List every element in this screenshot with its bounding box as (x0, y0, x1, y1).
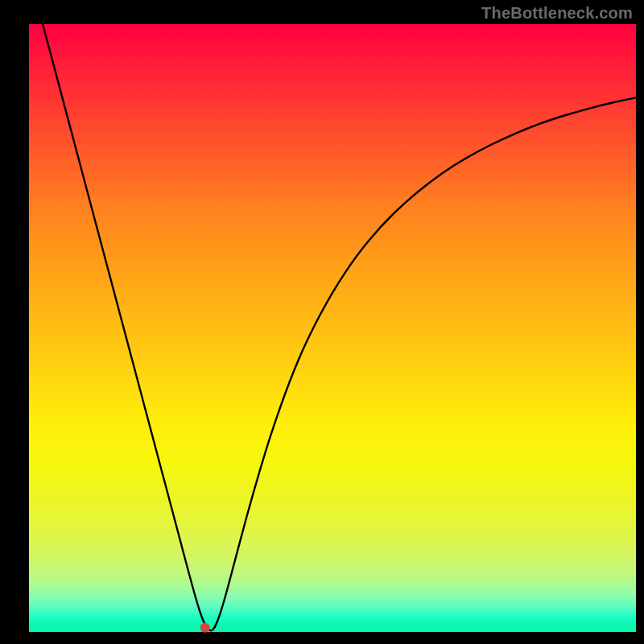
chart-outer-frame: TheBottleneck.com (0, 0, 644, 644)
watermark-text: TheBottleneck.com (481, 4, 633, 23)
chart-plot-area (29, 24, 636, 632)
